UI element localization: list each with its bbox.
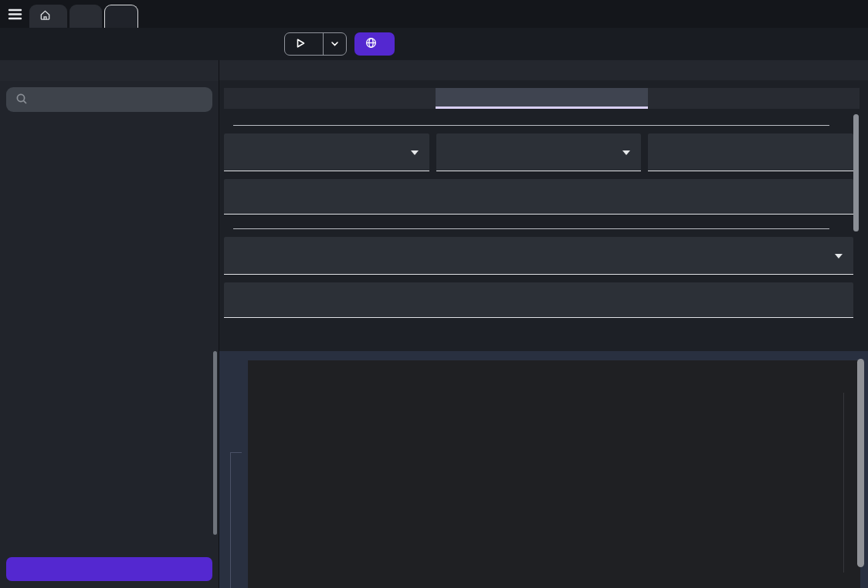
label-field[interactable] xyxy=(224,179,853,215)
code-editor[interactable] xyxy=(248,360,860,588)
code-scrollbar-thumb[interactable] xyxy=(857,359,864,567)
globe-icon xyxy=(365,37,377,51)
chevron-down-icon xyxy=(331,38,339,50)
sidebar-title xyxy=(0,60,219,81)
sidebar-scrollbar-thumb[interactable] xyxy=(213,351,217,535)
share-button[interactable] xyxy=(354,32,395,56)
tab-object-groups[interactable] xyxy=(648,88,860,109)
scope-select[interactable] xyxy=(436,133,642,171)
javascript-code-event xyxy=(219,351,868,588)
functions-section-header[interactable] xyxy=(0,115,219,132)
preview-button[interactable] xyxy=(284,32,347,56)
panel-title xyxy=(219,60,868,80)
search-input[interactable] xyxy=(36,93,203,106)
dropdown-arrow-icon xyxy=(622,150,630,155)
tab-home[interactable] xyxy=(29,5,67,28)
parameter-1-header xyxy=(227,122,856,126)
functions-list xyxy=(0,115,219,553)
search-wrap xyxy=(0,81,219,115)
play-icon xyxy=(295,38,306,51)
function-configuration-panel xyxy=(219,60,868,588)
preview-button-main[interactable] xyxy=(285,33,323,55)
hamburger-menu-icon[interactable] xyxy=(0,2,29,25)
tab-curvedmovement[interactable] xyxy=(104,5,138,28)
configuration-tabs xyxy=(224,88,860,109)
tab-boidsmovement[interactable] xyxy=(70,5,102,28)
toolbar xyxy=(0,28,868,60)
parameter-1-fields xyxy=(224,133,853,171)
identifier-name-field[interactable] xyxy=(648,133,853,171)
tab-parameters[interactable] xyxy=(436,88,647,109)
dropdown-arrow-icon xyxy=(411,150,419,155)
parameters-scrollbar-thumb[interactable] xyxy=(853,114,859,231)
label-field[interactable] xyxy=(224,282,853,318)
type-select[interactable] xyxy=(224,133,429,171)
parameter-2-header xyxy=(227,225,856,229)
search-icon xyxy=(15,93,28,107)
parameter-1-label-row xyxy=(224,179,853,215)
parameter-2-label-row xyxy=(224,282,853,318)
titlebar xyxy=(0,0,868,28)
add-new-function-button[interactable] xyxy=(6,557,212,581)
home-icon xyxy=(39,9,51,23)
parameters-panel xyxy=(219,80,868,351)
event-rail xyxy=(230,452,231,588)
event-rail xyxy=(230,452,242,453)
preview-dropdown-button[interactable] xyxy=(323,33,346,55)
parameter-1-name-input[interactable] xyxy=(233,122,829,126)
dropdown-arrow-icon xyxy=(835,254,843,259)
type-select[interactable] xyxy=(224,237,853,275)
search-box[interactable] xyxy=(6,87,212,112)
content xyxy=(0,60,868,588)
parameter-2-type-row xyxy=(224,237,853,275)
parameter-2-name-input[interactable] xyxy=(233,225,829,229)
tab-configuration[interactable] xyxy=(224,88,436,109)
functions-sidebar xyxy=(0,60,219,588)
